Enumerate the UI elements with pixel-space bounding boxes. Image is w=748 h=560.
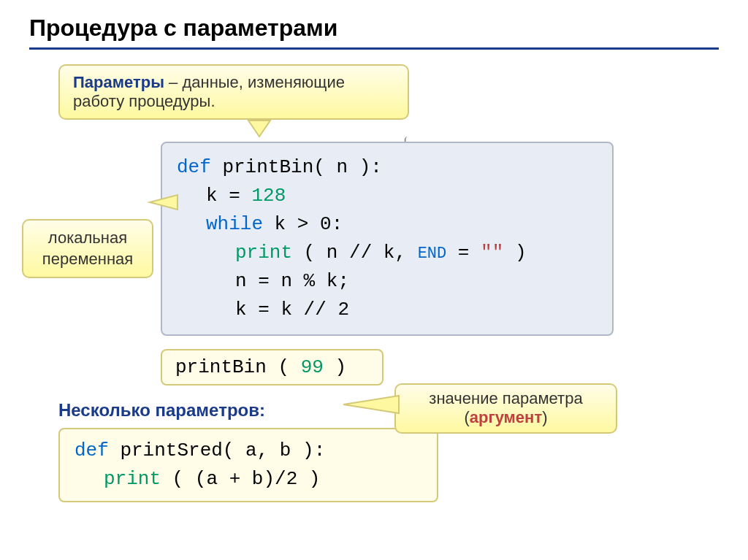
code-line-2: k = 128 xyxy=(177,182,598,210)
code-text: n = n % k; xyxy=(177,267,349,296)
code-line-m1: def printSred( a, b ): xyxy=(75,437,422,465)
callout-text: значение параметра xyxy=(429,389,582,407)
kw-def: def xyxy=(75,440,109,461)
code-text: k = k // 2 xyxy=(177,296,349,324)
callout-local-var: локальная переменная xyxy=(22,219,153,278)
connector-top xyxy=(248,120,270,138)
code-block-procedure: def printBin( n ): k = 128 while k > 0: … xyxy=(161,142,614,336)
callout-argument: значение параметра (аргумент) xyxy=(394,383,617,434)
code-text: k > 0: xyxy=(263,213,343,235)
subtitle-multi: Несколько параметров: xyxy=(58,400,719,421)
callout-parameters-def: Параметры – данные, изменяющие работу пр… xyxy=(58,64,409,120)
code-text: ( n // k, xyxy=(292,242,418,264)
code-text: k = xyxy=(206,185,251,207)
code-text: printSred( a, b ): xyxy=(109,440,325,461)
page-title: Процедура с параметрами xyxy=(29,15,719,50)
code-text: = xyxy=(446,242,481,264)
svg-marker-2 xyxy=(248,120,270,137)
kw-end: end xyxy=(418,245,447,263)
callout-text: локальная переменная xyxy=(42,229,133,268)
callout-text: ( xyxy=(464,408,469,426)
code-line-1: def printBin( n ): xyxy=(177,153,598,182)
kw-def: def xyxy=(177,156,211,178)
code-line-4: print ( n // k, end = "" ) xyxy=(177,239,598,267)
kw-print: print xyxy=(104,468,161,490)
callout-text: ) xyxy=(542,408,547,426)
code-number: 99 xyxy=(301,356,324,378)
code-text: printBin ( xyxy=(175,356,301,378)
callout-emph: аргумент xyxy=(470,408,542,426)
kw-print: print xyxy=(235,242,292,264)
code-text: printBin( n ): xyxy=(211,156,382,178)
code-number: 128 xyxy=(251,185,286,207)
params-word: Параметры xyxy=(73,73,164,91)
code-text: ) xyxy=(503,242,526,264)
code-block-call: printBin ( 99 ) xyxy=(161,349,383,386)
code-text: ( (a + b)/2 ) xyxy=(161,468,320,490)
code-line-5: n = n % k; xyxy=(177,267,598,296)
code-string: "" xyxy=(481,242,503,264)
kw-while: while xyxy=(206,213,263,235)
code-line-m2: print ( (a + b)/2 ) xyxy=(75,465,422,494)
code-block-multi: def printSred( a, b ): print ( (a + b)/2… xyxy=(58,428,438,502)
code-line-6: k = k // 2 xyxy=(177,296,598,324)
code-text: ) xyxy=(324,356,346,378)
code-line-3: while k > 0: xyxy=(177,210,598,239)
